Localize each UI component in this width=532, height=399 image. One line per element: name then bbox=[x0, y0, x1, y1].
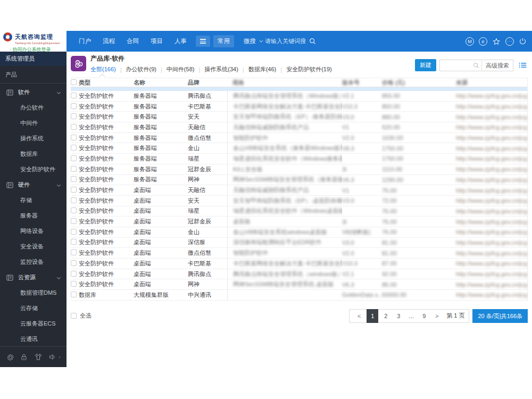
row-checkbox[interactable] bbox=[71, 166, 77, 172]
row-checkbox[interactable] bbox=[71, 135, 77, 140]
page-button-2[interactable]: 2 bbox=[380, 309, 391, 323]
cell-source-link[interactable]: http://www.zjzfcg.gov.cn/jcg/ bbox=[456, 135, 527, 141]
sidebar-item-安全设备[interactable]: 安全设备 bbox=[0, 239, 66, 254]
sidebar-item-数据库[interactable]: 数据库 bbox=[0, 146, 66, 162]
table-row[interactable]: 安全防护软件服务器端瑞星瑞星虚拟化系统安全软件（Windows服务器版）1750… bbox=[71, 154, 527, 164]
table-row[interactable]: 安全防护软件桌面端微点佰慧智能防护软件V2.081.00http://www.z… bbox=[71, 248, 527, 259]
select-all-control[interactable]: 全选 bbox=[71, 312, 92, 320]
row-checkbox[interactable] bbox=[71, 124, 77, 130]
row-checkbox[interactable] bbox=[71, 260, 77, 266]
row-checkbox[interactable] bbox=[71, 207, 77, 213]
tab-安全防护软件(19)[interactable]: 安全防护软件(19) bbox=[286, 65, 332, 73]
table-row[interactable]: 安全防护软件服务器端安天安天智甲终端防御系统（EP）-服务器防病毒模块V3.08… bbox=[71, 112, 527, 122]
cell-source-link[interactable]: http://www.zjzfcg.gov.cn/jcg/ bbox=[456, 187, 527, 194]
table-search-input[interactable] bbox=[440, 61, 471, 70]
cell-source-link[interactable]: http://www.zjzfcg.gov.cn/jcg/ bbox=[456, 250, 527, 256]
table-row[interactable]: 安全防护软件桌面端腾讯御点腾讯御点终端安全管理系统（windows版）V2.1V… bbox=[71, 269, 527, 280]
search-icon[interactable] bbox=[309, 38, 316, 45]
row-checkbox[interactable] bbox=[71, 187, 77, 193]
sidebar-item-中间件[interactable]: 中间件 bbox=[0, 115, 66, 131]
row-checkbox[interactable] bbox=[71, 250, 77, 255]
sidebar-item-存储[interactable]: 存储 bbox=[0, 193, 66, 208]
nav-more-menu-button[interactable] bbox=[196, 36, 210, 46]
table-row[interactable]: 安全防护软件桌面端卡巴斯基卡巴斯基网络安全解决方案-卡巴斯基安全防护（桌面）- … bbox=[71, 259, 527, 269]
search-scope-dropdown[interactable]: 微搜 bbox=[244, 37, 256, 45]
logo[interactable]: 天航咨询监理 Tianhang Info Consulting&Supervis… bbox=[0, 31, 66, 52]
table-row[interactable]: 安全防护软件服务器端金山金山V8终端安全系统（服务器Windows版系统）V8.… bbox=[71, 143, 527, 154]
sidebar-item-服务器[interactable]: 服务器 bbox=[0, 208, 66, 223]
nav-item-门户[interactable]: 门户 bbox=[73, 37, 97, 45]
table-row[interactable]: 安全防护软件服务器端网神网神SecSSM终端安全管理系统（服务器版）V6.312… bbox=[71, 175, 527, 186]
row-checkbox[interactable] bbox=[71, 155, 77, 161]
row-checkbox[interactable] bbox=[71, 176, 77, 182]
nav-item-人事[interactable]: 人事 bbox=[169, 37, 193, 45]
table-row[interactable]: 安全防护软件桌面端天融信天融信终端威胁防御系统产品V175.00http://w… bbox=[71, 185, 527, 196]
cell-source-link[interactable]: http://www.zjzfcg.gov.cn/jcg/ bbox=[456, 103, 527, 110]
row-checkbox[interactable] bbox=[71, 218, 77, 224]
row-checkbox[interactable] bbox=[71, 197, 77, 203]
nav-item-流程[interactable]: 流程 bbox=[97, 37, 121, 45]
advanced-search-button[interactable]: 高级搜索 bbox=[481, 60, 513, 71]
speaker-icon[interactable] bbox=[48, 353, 56, 361]
sidebar-item-数据管理DMS[interactable]: 数据管理DMS bbox=[0, 285, 66, 301]
cell-source-link[interactable]: http://www.zjzfcg.gov.cn/jcg/ bbox=[456, 166, 527, 172]
sidebar-group-硬件[interactable]: 硬件 bbox=[0, 177, 66, 193]
page-button-3[interactable]: 3 bbox=[393, 309, 404, 323]
row-checkbox[interactable] bbox=[71, 103, 77, 109]
sidebar-group-云资源[interactable]: 云资源 bbox=[0, 270, 66, 285]
sidebar-section-product[interactable]: 产品 bbox=[0, 66, 66, 84]
table-row[interactable]: 安全防护软件服务器端卡巴斯基卡巴斯基网络安全解决方案-卡巴斯基安全防护（KES）… bbox=[71, 102, 527, 112]
sidebar-item-安全防护软件[interactable]: 安全防护软件 bbox=[0, 162, 66, 177]
cell-source-link[interactable]: http://www.zjzfcg.gov.cn/jcg/ bbox=[456, 239, 527, 246]
row-checkbox[interactable] bbox=[71, 281, 77, 287]
row-checkbox[interactable] bbox=[71, 292, 77, 297]
table-row[interactable]: 安全防护软件桌面端网神网神SecSSM终端安全管理系统-桌面版V6.385.00… bbox=[71, 279, 527, 290]
sidebar-item-云存储[interactable]: 云存储 bbox=[0, 301, 66, 316]
cell-source-link[interactable]: http://www.zjzfcg.gov.cn/jcg/ bbox=[456, 271, 527, 277]
cell-source-link[interactable]: http://www.zjzfcg.gov.cn/jcg/ bbox=[456, 93, 527, 99]
cell-source-link[interactable]: http://www.zjzfcg.gov.cn/jcg/ bbox=[456, 229, 527, 235]
power-icon[interactable] bbox=[519, 37, 527, 45]
tab-数据库(46)[interactable]: 数据库(46) bbox=[248, 65, 277, 73]
cell-source-link[interactable]: http://www.zjzfcg.gov.cn/jcg/ bbox=[456, 177, 527, 183]
table-row[interactable]: 数据库大规模集群版中兴通讯GoldenData s...50000.00http… bbox=[71, 290, 527, 301]
cell-source-link[interactable]: http://www.zjzfcg.gov.cn/jcg/ bbox=[456, 124, 527, 130]
nav-item-合同[interactable]: 合同 bbox=[121, 37, 145, 45]
favorite-star-icon[interactable] bbox=[492, 37, 501, 46]
table-row[interactable]: 安全防护软件桌面端冠群金辰桌面版3i75.00http://www.zjzfcg… bbox=[71, 217, 527, 227]
sidebar-item-办公软件[interactable]: 办公软件 bbox=[0, 100, 66, 115]
sidebar-item-云通讯[interactable]: 云通讯 bbox=[0, 331, 66, 347]
sidebar-item-监控设备[interactable]: 监控设备 bbox=[0, 254, 66, 270]
row-checkbox[interactable] bbox=[71, 113, 77, 119]
table-row[interactable]: 安全防护软件桌面端瑞星瑞星虚拟化系统安全软件（Windows桌面版本）75.00… bbox=[71, 206, 527, 217]
page-prev-button[interactable]: < bbox=[354, 309, 364, 323]
sidebar-group-软件[interactable]: 软件 bbox=[0, 85, 66, 100]
sidebar-item-操作系统[interactable]: 操作系统 bbox=[0, 131, 66, 146]
row-checkbox[interactable] bbox=[71, 271, 77, 277]
cell-source-link[interactable]: http://www.zjzfcg.gov.cn/jcg/ bbox=[456, 208, 527, 214]
page-button-1[interactable]: 1 bbox=[367, 309, 378, 323]
tab-中间件(58)[interactable]: 中间件(58) bbox=[167, 65, 195, 73]
sidebar-item-云服务器ECS[interactable]: 云服务器ECS bbox=[0, 316, 66, 331]
page-next-button[interactable]: > bbox=[431, 309, 442, 323]
cell-source-link[interactable]: http://www.zjzfcg.gov.cn/jcg/ bbox=[456, 114, 527, 120]
sidebar-item-网络设备[interactable]: 网络设备 bbox=[0, 223, 66, 239]
cell-source-link[interactable]: http://www.zjzfcg.gov.cn/jcg/ bbox=[456, 281, 527, 288]
page-size-summary[interactable]: 20 条/页|共166条 bbox=[472, 309, 528, 323]
gear-icon[interactable] bbox=[6, 353, 14, 361]
table-search-icon[interactable] bbox=[473, 62, 479, 69]
cell-source-link[interactable]: http://www.zjzfcg.gov.cn/jcg/ bbox=[456, 260, 527, 267]
tab-全部(166)[interactable]: 全部(166) bbox=[90, 65, 116, 73]
table-row[interactable]: 安全防护软件服务器端微点佰慧智能防护软件V2.01030.00http://ww… bbox=[71, 133, 527, 144]
table-row[interactable]: 安全防护软件服务器端冠群金辰KILL安全版3i1110.00http://www… bbox=[71, 164, 527, 175]
cell-source-link[interactable]: http://www.zjzfcg.gov.cn/jcg/ bbox=[456, 219, 527, 225]
page-button-9[interactable]: 9 bbox=[419, 309, 429, 323]
new-button[interactable]: 新建 bbox=[415, 59, 436, 71]
cell-source-link[interactable]: http://www.zjzfcg.gov.cn/jcg/ bbox=[456, 155, 527, 162]
sidebar-footer-caret-icon[interactable]: ‹ bbox=[59, 355, 61, 360]
row-checkbox[interactable] bbox=[71, 239, 77, 245]
select-all-header-checkbox[interactable] bbox=[71, 79, 77, 85]
table-row[interactable]: 安全防护软件服务器端天融信天融信终端威胁防御系统产品V1520.00http:/… bbox=[71, 122, 527, 133]
theme-shirt-icon[interactable] bbox=[34, 353, 43, 361]
table-row[interactable]: 安全防护软件桌面端深信服深信服终端检测响应平台EDR软件V3.081.00htt… bbox=[71, 238, 527, 248]
